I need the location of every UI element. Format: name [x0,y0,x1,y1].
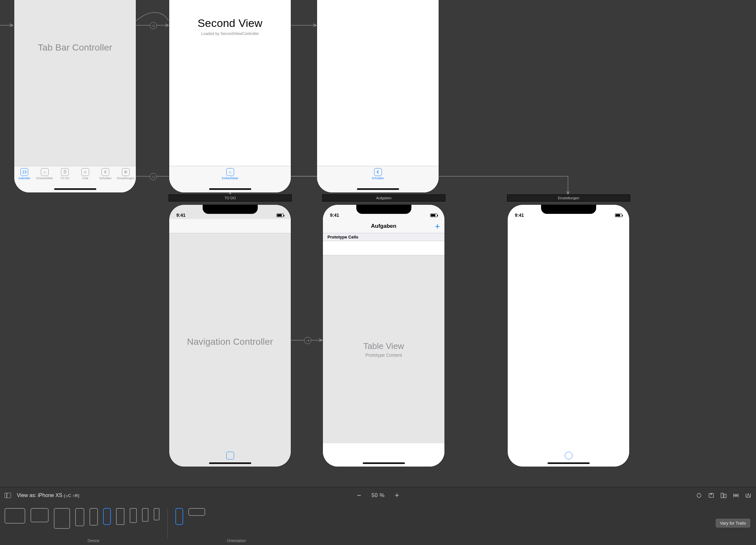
device-ipad-pro-11[interactable] [30,508,49,522]
vary-for-traits-button[interactable]: Vary for Traits [716,519,750,527]
svg-point-4 [697,493,701,497]
home-indicator [209,188,251,190]
clipboard-icon [226,452,234,459]
device-iphone-xs[interactable] [103,508,111,525]
zoom-out-button[interactable]: − [355,491,363,500]
segue-badge[interactable]: ⇢ [304,337,311,344]
home-indicator [54,188,96,190]
device-ipad-9[interactable] [54,508,70,529]
notch [203,205,258,214]
home-indicator [363,462,405,464]
scene-aufgaben-table[interactable]: 9:41 Aufgaben + Prototype Cells Table Vi… [323,205,444,467]
notch [541,205,596,214]
home-indicator [209,462,251,464]
battery-icon [277,214,284,218]
scene-title-aufgaben[interactable]: Aufgaben [322,195,445,202]
orientation-landscape[interactable] [188,508,205,516]
scene-navigation-controller[interactable]: 9:41 Navigation Controller [169,205,291,467]
notch [356,205,411,214]
device-iphone-8-plus[interactable] [116,508,124,525]
status-time: 9:41 [515,213,524,218]
tab-chat[interactable]: ☺Chat [75,168,96,180]
segue-badge[interactable]: ⬭ [150,22,157,29]
orientation-portrait[interactable] [175,508,183,525]
scene-title-einstellungen[interactable]: Einstellungen [507,195,630,202]
scene-second-view[interactable]: Second View Loaded by SecondViewControll… [169,0,291,193]
device-iphone-8[interactable] [130,508,137,523]
blank-content [508,219,629,450]
svg-rect-7 [724,494,726,498]
zoom-value: 50 % [372,492,385,499]
panel-toggle-button[interactable] [5,493,11,498]
controller-title: Navigation Controller [187,337,273,347]
zoom-in-button[interactable]: + [393,491,401,500]
traits-toolbar: View as: iPhone XS (wC hR) − 50 % + [0,487,756,545]
status-time: 9:41 [176,213,185,218]
prototype-cells-header: Prototype Cells [323,233,444,241]
tab-schulden[interactable]: €Schulden [367,168,389,180]
scene-tab-bar-controller[interactable]: Tab Bar Controller 13Kalender ⌂Einkaufsl… [14,0,136,193]
tab-einkaufsliste[interactable]: ⌂Einkaufsliste [35,168,55,180]
device-iphone-4s[interactable] [154,508,159,520]
tab-bar-single [508,450,629,467]
layout-action-icons [696,492,751,498]
storyboard-canvas[interactable]: ⬭ ⬭ ⬭ ⇢ Tab Bar Controller 13Kalender ⌂E… [0,0,756,483]
align-icon[interactable] [720,492,727,498]
view-as-label[interactable]: View as: iPhone XS (wC hR) [17,492,79,498]
table-view-body[interactable]: Table View Prototype Content [323,255,444,443]
tab-kalender[interactable]: 13Kalender [14,168,35,180]
tab-bar-single [169,450,291,467]
battery-icon [430,214,437,218]
device-iphone-se[interactable] [142,508,148,522]
nav-bar [169,219,291,233]
segue-badge[interactable]: ⬭ [150,173,157,180]
nav-title: Aufgaben [371,223,396,230]
scene-einstellungen[interactable]: 9:41 [508,205,629,467]
scene-title-todo[interactable]: TO DO [169,195,292,202]
table-view-subtitle: Prototype Content [365,352,402,358]
svg-rect-6 [721,493,723,498]
tab-todo[interactable]: ☰TO DO [55,168,75,180]
tab-einstellungen[interactable]: ⚙Einstellungen [116,168,136,180]
prototype-cell[interactable] [323,241,444,255]
gear-icon [565,452,573,459]
device-ipad-pro-12[interactable] [5,508,25,524]
pin-icon[interactable] [733,492,739,498]
nav-bar: Aufgaben + [323,219,444,233]
separator [167,508,168,539]
add-button[interactable]: + [435,222,440,231]
device-iphone-xs-max[interactable] [75,508,84,526]
update-frames-icon[interactable] [696,492,702,498]
second-view-title: Second View [197,17,262,30]
battery-icon [615,214,622,218]
controller-title: Tab Bar Controller [38,42,112,53]
device-picker-row: Device Orientation Vary for Traits [0,504,756,545]
scene-schulden[interactable]: €Schulden [317,0,439,193]
table-view-title: Table View [363,341,404,351]
device-group-label: Device [88,539,100,543]
second-view-subtitle: Loaded by SecondViewController [201,31,259,36]
tab-schulden[interactable]: €Schulden [95,168,116,180]
traits-toolbar-row1: View as: iPhone XS (wC hR) − 50 % + [0,487,756,504]
resolve-issues-icon[interactable] [745,492,751,498]
status-time: 9:41 [330,213,339,218]
embed-in-icon[interactable] [708,492,715,498]
home-indicator [357,188,399,190]
device-iphone-xr[interactable] [89,508,98,526]
zoom-controls: − 50 % + [355,491,401,500]
orientation-group-label: Orientation [227,539,246,543]
tab-einkaufsliste[interactable]: ⌂Einkaufsliste [219,168,242,180]
home-indicator [548,462,590,464]
